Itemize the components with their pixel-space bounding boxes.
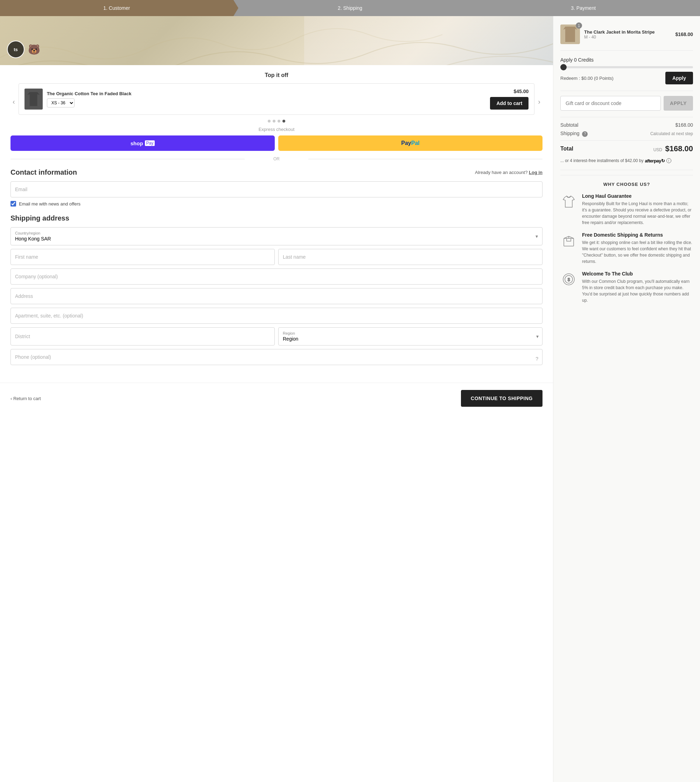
bear-icon: 🐻 xyxy=(28,44,40,55)
logo-area: ts 🐻 xyxy=(7,41,40,58)
upsell-title: Top it off xyxy=(10,72,542,78)
shop-pay-logo: Pay xyxy=(145,140,155,146)
progress-step-payment[interactable]: 3. Payment xyxy=(467,0,700,16)
carousel-next[interactable]: › xyxy=(536,98,542,106)
discount-row: APPLY xyxy=(560,96,693,111)
subtotal-value: $168.00 xyxy=(675,122,693,128)
credits-redeem-row: Redeem : $0.00 (0 Points) Apply xyxy=(560,72,693,84)
left-panel: L A GABLE ts 🐻 Top it off ‹ xyxy=(0,16,553,782)
address-input[interactable] xyxy=(10,288,542,304)
shipping-help-icon[interactable]: ? xyxy=(582,131,588,137)
continue-to-shipping-button[interactable]: CONTINUE TO SHIPPING xyxy=(461,390,542,407)
shipping-value: Calculated at next step xyxy=(650,131,693,136)
already-account: Already have an account? Log in xyxy=(475,170,542,175)
main-layout: L A GABLE ts 🐻 Top it off ‹ xyxy=(0,16,700,782)
bottom-nav: ‹ Return to cart CONTINUE TO SHIPPING xyxy=(0,383,553,414)
club-icon: $ xyxy=(560,271,577,288)
newsletter-label: Email me with news and offers xyxy=(19,201,80,207)
why-item-2-desc: We get it: shopping online can feel a bi… xyxy=(582,239,693,265)
credits-section: Apply 0 Credits Redeem : $0.00 (0 Points… xyxy=(560,57,693,84)
total-usd: USD xyxy=(653,147,662,152)
newsletter-checkbox[interactable] xyxy=(10,201,16,207)
tshirt-icon xyxy=(27,92,40,106)
cart-item-price: $168.00 xyxy=(675,32,693,37)
progress-step-customer[interactable]: 1. Customer xyxy=(0,0,233,16)
coin-svg-icon: $ xyxy=(562,272,576,286)
shipping-label: Shipping ? xyxy=(560,130,588,137)
svg-text:$: $ xyxy=(568,277,570,282)
why-item-2-title: Free Domestic Shipping & Returns xyxy=(582,232,693,238)
district-input[interactable] xyxy=(10,327,275,345)
product-info: The Organic Cotton Tee in Faded Black XS… xyxy=(25,88,132,110)
region-select[interactable]: Region Hong Kong Island Kowloon New Terr… xyxy=(283,336,538,342)
right-panel: 1 The Clark Jacket in Morita Stripe M - … xyxy=(553,16,700,782)
why-item-1-title: Long Haul Guarantee xyxy=(582,193,693,199)
afterpay-row: ... or 4 interest-free installments of $… xyxy=(560,158,693,163)
cart-item-info: The Clark Jacket in Morita Stripe M - 40 xyxy=(584,29,671,40)
country-label: Country/region xyxy=(15,231,538,235)
return-to-cart-link[interactable]: ‹ Return to cart xyxy=(10,396,41,401)
add-to-cart-button[interactable]: Add to cart xyxy=(490,97,528,110)
subtotal-row: Subtotal $168.00 xyxy=(560,122,693,128)
divider-2 xyxy=(560,117,693,117)
upsell-product-card: The Organic Cotton Tee in Faded Black XS… xyxy=(18,83,535,115)
express-buttons: shop Pay Pay Pal xyxy=(10,135,542,151)
paypal-label-pal: Pal xyxy=(411,140,420,146)
logo: ts xyxy=(7,41,25,58)
phone-input[interactable] xyxy=(10,349,542,365)
divider-1 xyxy=(560,91,693,91)
credits-slider-thumb[interactable] xyxy=(560,64,567,70)
paypal-button[interactable]: Pay Pal xyxy=(278,135,542,151)
company-input[interactable] xyxy=(10,268,542,285)
afterpay-info-icon[interactable]: i xyxy=(667,158,671,163)
why-section: WHY CHOOSE US? Long Haul Guarantee Respo… xyxy=(560,175,693,303)
shop-pay-button[interactable]: shop Pay xyxy=(10,135,275,151)
dot-2 xyxy=(273,120,275,123)
country-select-wrap: Country/region Hong Kong SAR United Stat… xyxy=(10,227,542,245)
last-name-input[interactable] xyxy=(278,249,542,265)
progress-step-shipping[interactable]: 2. Shipping xyxy=(233,0,467,16)
first-name-input[interactable] xyxy=(10,249,275,265)
phone-help-icon[interactable]: ? xyxy=(535,356,538,362)
paypal-label-p: Pay xyxy=(401,140,411,146)
newsletter-row: Email me with news and offers xyxy=(10,201,542,207)
dot-3 xyxy=(278,120,280,123)
shop-pay-label: shop xyxy=(130,140,143,146)
dot-4 xyxy=(282,120,285,123)
guarantee-icon xyxy=(560,193,577,210)
shirt-svg-icon xyxy=(562,195,576,208)
dot-1 xyxy=(268,120,270,123)
cart-badge: 1 xyxy=(576,22,582,29)
total-value: $168.00 xyxy=(665,144,693,153)
carousel-prev[interactable]: ‹ xyxy=(10,98,17,106)
credits-apply-button[interactable]: Apply xyxy=(665,72,693,84)
discount-input[interactable] xyxy=(560,96,661,111)
cart-item: 1 The Clark Jacket in Morita Stripe M - … xyxy=(560,25,693,51)
why-item-3-title: Welcome To The Club xyxy=(582,271,693,277)
express-label: Express checkout xyxy=(10,127,542,132)
email-input[interactable] xyxy=(10,181,542,197)
why-item-1-text: Long Haul Guarantee Responsibly Built fo… xyxy=(582,193,693,226)
shipping-icon xyxy=(560,232,577,249)
login-link[interactable]: Log in xyxy=(529,170,542,175)
apt-input[interactable] xyxy=(10,308,542,324)
product-actions: $45.00 Add to cart xyxy=(490,88,528,110)
left-inner: Top it off ‹ The Organic Cotton Tee in F… xyxy=(0,65,553,383)
credits-label: Apply 0 Credits xyxy=(560,57,693,63)
size-select[interactable]: XS - 36 S - 38 M - 40 L - 42 XL - 44 xyxy=(47,98,75,107)
shipping-address-title: Shipping address xyxy=(10,214,542,222)
why-item-1: Long Haul Guarantee Responsibly Built fo… xyxy=(560,193,693,226)
jacket-icon xyxy=(563,27,577,42)
why-item-3-text: Welcome To The Club With our Common Club… xyxy=(582,271,693,303)
total-label: Total xyxy=(560,146,573,152)
product-price: $45.00 xyxy=(514,88,529,94)
discount-apply-button[interactable]: APPLY xyxy=(663,96,693,111)
afterpay-logo: afterpay↻ xyxy=(645,158,665,163)
cart-item-variant: M - 40 xyxy=(584,35,671,40)
map-banner: L A GABLE ts 🐻 xyxy=(0,16,553,65)
map-lines-svg: L A GABLE xyxy=(0,16,553,65)
country-select[interactable]: Hong Kong SAR United States Canada Unite… xyxy=(15,236,538,242)
credits-slider[interactable] xyxy=(560,66,693,68)
totals-section: Subtotal $168.00 Shipping ? Calculated a… xyxy=(560,122,693,153)
why-title: WHY CHOOSE US? xyxy=(560,182,693,187)
